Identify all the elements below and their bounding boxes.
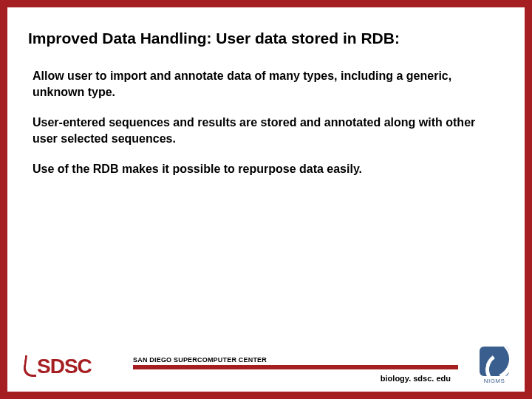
nigms-block: NIGMS bbox=[476, 347, 513, 384]
slide-footer: SDSC SAN DIEGO SUPERCOMPUTER CENTER biol… bbox=[7, 340, 525, 392]
paragraph-3: Use of the RDB makes it possible to repu… bbox=[28, 161, 504, 177]
footer-divider-bar bbox=[133, 365, 458, 369]
sdsc-logo: SDSC bbox=[22, 355, 92, 378]
footer-url: biology. sdsc. edu bbox=[133, 374, 458, 383]
center-label: SAN DIEGO SUPERCOMPUTER CENTER bbox=[133, 356, 458, 365]
footer-center: SAN DIEGO SUPERCOMPUTER CENTER biology. … bbox=[133, 356, 458, 383]
nigms-label: NIGMS bbox=[476, 378, 513, 384]
slide-title: Improved Data Handling: User data stored… bbox=[28, 30, 504, 47]
sdsc-swoosh-icon bbox=[22, 357, 38, 376]
slide-content: Improved Data Handling: User data stored… bbox=[7, 7, 525, 392]
nigms-logo-icon bbox=[480, 347, 509, 376]
paragraph-2: User-entered sequences and results are s… bbox=[28, 115, 504, 146]
sdsc-logo-text: SDSC bbox=[37, 355, 92, 378]
paragraph-1: Allow user to import and annotate data o… bbox=[28, 68, 504, 100]
